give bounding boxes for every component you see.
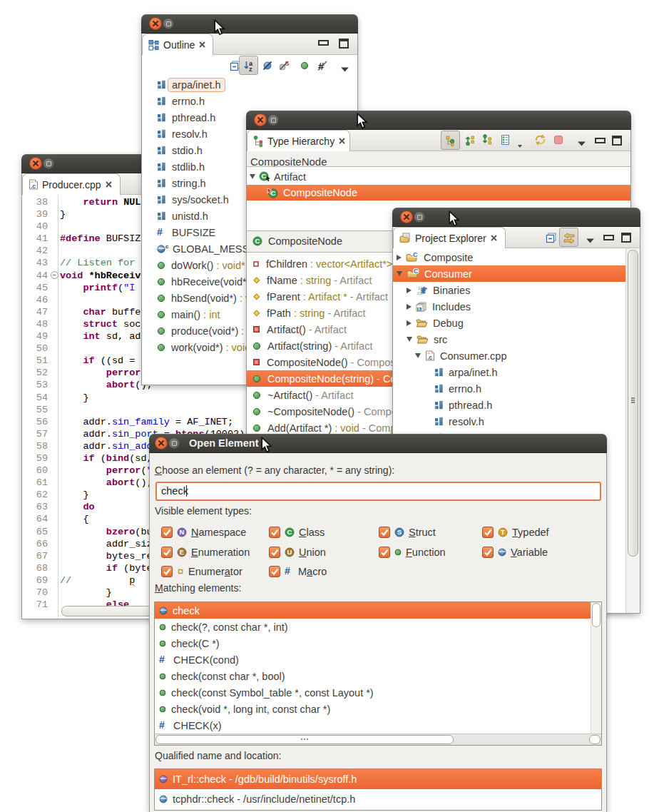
svg-text:C: C (255, 237, 260, 245)
svg-text:C: C (414, 268, 419, 275)
svg-text:.c: .c (31, 183, 36, 190)
svg-text:C: C (262, 172, 267, 180)
svg-text:z: z (249, 66, 252, 72)
svg-text:.c: .c (427, 354, 432, 361)
svg-text:S: S (397, 528, 402, 536)
svg-text:T: T (501, 528, 505, 536)
svg-text:N: N (180, 528, 185, 536)
svg-text:c: c (165, 244, 169, 250)
svg-text:C: C (413, 252, 418, 258)
svg-text:E: E (180, 548, 184, 556)
svg-text:C: C (287, 528, 292, 536)
svg-text:U: U (287, 548, 292, 556)
